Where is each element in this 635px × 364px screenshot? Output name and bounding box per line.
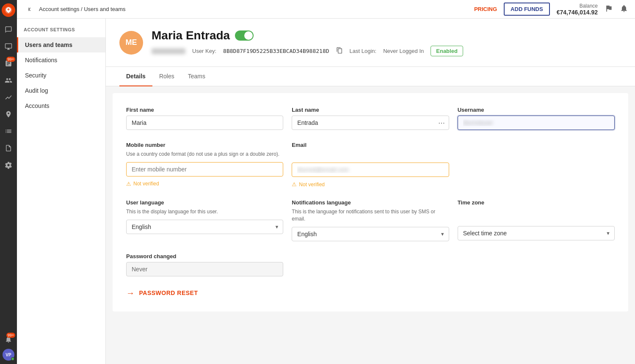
username-input[interactable] (458, 116, 615, 130)
user-info: Maria Entrada User Key: 8B8D87F19D5225B3… (152, 29, 621, 56)
user-name: Maria Entrada (152, 29, 230, 42)
nav-analytics-icon[interactable] (1, 90, 16, 105)
sidebar-item-audit-log[interactable]: Audit log (17, 83, 105, 98)
mobile-label: Mobile number (126, 142, 283, 148)
password-reset-arrow-icon: → (126, 288, 135, 298)
password-changed-group: Password changed (126, 253, 283, 276)
flag-icon[interactable] (605, 4, 613, 14)
icon-bar-bottom: 99+ VP (1, 332, 16, 361)
collapse-sidebar-button[interactable] (24, 3, 36, 15)
user-language-select-wrapper: English Spanish French ▼ (126, 220, 283, 234)
last-name-dots-icon: ⋯ (438, 119, 445, 127)
email-not-verified: ⚠ Not verified (292, 181, 449, 188)
password-changed-label: Password changed (126, 253, 283, 259)
password-reset-label: PASSWORD RESET (139, 290, 198, 296)
password-changed-input (126, 262, 283, 276)
nav-comments-icon[interactable] (1, 22, 16, 37)
app-logo[interactable] (2, 3, 15, 17)
user-meta: User Key: 8B8D87F19D5225B33EBCAD34B98821… (152, 46, 621, 56)
main-wrapper: ACCOUNT SETTINGS Users and teams Notific… (17, 19, 635, 364)
sidebar-item-security[interactable]: Security (17, 68, 105, 83)
nav-settings-icon[interactable] (1, 157, 16, 173)
form-section: First name Last name ⋯ Username (113, 93, 628, 312)
reports-badge: 99+ (6, 57, 15, 62)
password-reset-link[interactable]: → PASSWORD RESET (126, 288, 615, 298)
email-warning-icon: ⚠ (292, 181, 297, 188)
enabled-badge: Enabled (431, 46, 463, 56)
icon-bar: 99+ 99+ VP (0, 0, 17, 364)
balance-amount: €74,746,014.92 (557, 9, 598, 16)
notif-language-group: Notifications language This is the langu… (292, 199, 449, 241)
user-language-label: User language (126, 199, 283, 206)
breadcrumb: Account settings / Users and teams (39, 6, 126, 12)
user-header: ME Maria Entrada User Key: 8B8D87F19D522… (106, 19, 635, 67)
tab-details[interactable]: Details (119, 67, 152, 86)
empty-col-2 (292, 253, 449, 276)
notif-language-select-wrapper: English Spanish French ▼ (292, 227, 449, 241)
sidebar-title: ACCOUNT SETTINGS (17, 27, 105, 37)
user-key-value: 8B8D87F19D5225B33EBCAD34B988218D (223, 48, 329, 54)
sidebar-item-notifications[interactable]: Notifications (17, 52, 105, 68)
tab-teams[interactable]: Teams (181, 67, 212, 86)
form-row-password: Password changed (126, 253, 615, 276)
last-name-group: Last name ⋯ (292, 107, 449, 130)
timezone-label: Time zone (458, 199, 615, 206)
nav-contacts-icon[interactable] (1, 107, 16, 122)
user-avatar-icon[interactable]: VP (3, 349, 14, 361)
first-name-group: First name (126, 107, 283, 130)
sidebar-item-accounts[interactable]: Accounts (17, 98, 105, 113)
user-language-sublabel: This is the display language for this us… (126, 208, 283, 215)
form-row-contact: Mobile number Use a country code format … (126, 142, 615, 188)
notif-language-label: Notifications language (292, 199, 449, 206)
timezone-group: Time zone Select time zone UTC EST ▼ (458, 199, 615, 241)
pricing-link[interactable]: PRICING (474, 6, 497, 12)
sidebar-item-users-teams[interactable]: Users and teams (17, 37, 105, 52)
last-name-input-wrapper: ⋯ (292, 116, 449, 130)
copy-user-key-icon[interactable] (336, 47, 343, 55)
nav-reports-icon[interactable]: 99+ (1, 56, 16, 71)
nav-users-icon[interactable] (1, 73, 16, 88)
mobile-not-verified: ⚠ Not verified (126, 181, 283, 187)
add-funds-button[interactable]: ADD FUNDS (504, 3, 550, 16)
tabs-row: Details Roles Teams (106, 67, 635, 86)
content-area: ME Maria Entrada User Key: 8B8D87F19D522… (106, 19, 635, 364)
form-row-names: First name Last name ⋯ Username (126, 107, 615, 130)
mobile-input[interactable] (126, 162, 283, 176)
user-id-blurred (152, 48, 185, 54)
tab-roles[interactable]: Roles (152, 67, 181, 86)
email-label: Email (292, 142, 449, 148)
timezone-select-wrapper: Select time zone UTC EST ▼ (458, 226, 615, 240)
nav-lists-icon[interactable] (1, 124, 16, 139)
mobile-warning-icon: ⚠ (126, 181, 131, 187)
user-name-row: Maria Entrada (152, 29, 621, 42)
top-bar: Account settings / Users and teams PRICI… (17, 0, 635, 19)
user-status-toggle[interactable] (235, 30, 254, 41)
sidebar: ACCOUNT SETTINGS Users and teams Notific… (17, 19, 106, 364)
email-group: Email ⚠ Not verified (292, 142, 449, 188)
balance-block: Balance €74,746,014.92 (557, 3, 598, 16)
top-settings-icon[interactable] (620, 4, 628, 14)
username-group: Username (458, 107, 615, 130)
empty-col (458, 142, 615, 188)
notif-language-sublabel: This is the language for notifications s… (292, 208, 449, 223)
user-language-select[interactable]: English Spanish French (126, 220, 283, 234)
nav-monitor-icon[interactable] (1, 39, 16, 54)
user-language-group: User language This is the display langua… (126, 199, 283, 241)
notif-language-select[interactable]: English Spanish French (292, 227, 449, 241)
email-input[interactable] (292, 163, 449, 177)
online-status-dot (11, 357, 14, 361)
username-label: Username (458, 107, 615, 113)
mobile-sublabel: Use a country code format (do not use a … (126, 151, 283, 158)
last-name-input[interactable] (292, 116, 449, 130)
first-name-label: First name (126, 107, 283, 113)
top-bar-right: PRICING ADD FUNDS Balance €74,746,014.92 (474, 3, 628, 16)
nav-templates-icon[interactable] (1, 141, 16, 156)
balance-label: Balance (557, 3, 598, 9)
last-login-value: Never Logged In (383, 48, 424, 54)
notifications-bell-icon[interactable]: 99+ (1, 332, 16, 347)
timezone-select[interactable]: Select time zone UTC EST (458, 226, 615, 240)
first-name-input[interactable] (126, 116, 283, 130)
user-avatar: ME (119, 31, 143, 55)
last-name-label: Last name (292, 107, 449, 113)
last-login-label: Last Login: (350, 48, 377, 54)
